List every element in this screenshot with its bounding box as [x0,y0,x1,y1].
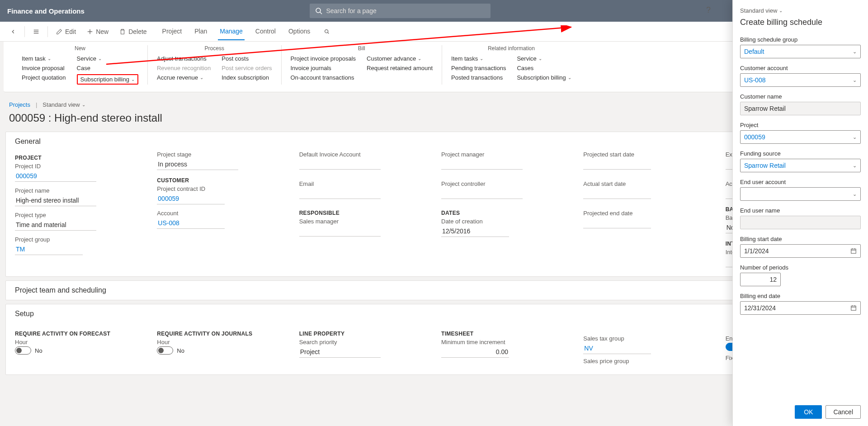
billing-start-date[interactable]: 1/1/2024 [740,244,861,258]
journals-hour-toggle[interactable]: No [157,346,284,355]
ribbon-project-quotation[interactable]: Project quotation [22,74,66,81]
projected-end-field[interactable] [583,218,651,228]
ribbon-on-account[interactable]: On-account transactions [291,74,356,81]
ribbon-subscription-billing[interactable]: Subscription billing⌄ [77,74,138,85]
project-type-field[interactable]: Time and material [15,219,96,231]
ribbon-post-costs[interactable]: Post costs [222,55,272,62]
tab-manage[interactable]: Manage [218,23,245,40]
tab-plan[interactable]: Plan [193,23,209,40]
default-invoice-field[interactable] [299,159,381,170]
project-heading: PROJECT [15,155,142,161]
tab-options[interactable]: Options [287,23,312,40]
ribbon-group-process: Process Adjust transactions Revenue reco… [148,45,282,85]
search-box[interactable]: Search for a page [310,4,491,18]
min-time-field[interactable]: 0.00 [441,346,509,358]
sales-manager-field[interactable] [299,226,381,237]
breadcrumb-projects[interactable]: Projects [9,101,30,108]
tab-project[interactable]: Project [160,23,184,40]
back-button[interactable] [5,26,21,38]
ribbon-group-related: Related information Item tasks⌄ Pending … [442,45,580,85]
ribbon-request-retained[interactable]: Request retained amount [367,65,433,71]
end-user-name-input [740,216,861,229]
date-creation-field[interactable]: 12/5/2016 [441,226,509,237]
ribbon-group-bill: Bill Project invoice proposals Invoice j… [282,45,443,85]
customer-heading: CUSTOMER [157,177,284,184]
app-title: Finance and Operations [7,7,85,15]
forecast-hour-toggle[interactable]: No [15,346,142,355]
tab-control[interactable]: Control [254,23,278,40]
project-group-field[interactable]: TM [15,244,83,255]
ribbon-cases[interactable]: Cases [517,65,571,71]
funding-source-select[interactable]: Sparrow Retail⌄ [740,159,861,172]
ribbon-rel-subscription[interactable]: Subscription billing⌄ [517,74,571,81]
svg-line-1 [320,12,322,14]
ribbon-revenue-recognition: Revenue recognition [157,65,211,71]
responsible-heading: RESPONSIBLE [299,210,427,216]
ok-button[interactable]: OK [795,405,822,419]
toggle-lines-button[interactable] [28,26,44,38]
ribbon-case[interactable]: Case [77,65,138,71]
ribbon-posted[interactable]: Posted transactions [451,74,506,81]
svg-point-7 [325,29,328,33]
project-select[interactable]: 000059⌄ [740,130,861,144]
ribbon-item-task[interactable]: Item task⌄ [22,55,66,62]
find-button[interactable] [319,26,335,38]
actual-start-field[interactable] [583,188,651,199]
project-name-field[interactable]: High-end stereo install [15,195,96,206]
billing-end-date[interactable]: 12/31/2024 [740,301,861,315]
end-user-account-select[interactable]: ⌄ [740,187,861,201]
project-id-field[interactable]: 000059 [15,170,96,182]
search-priority-field[interactable]: Project [299,346,381,358]
contract-id-field[interactable]: 000059 [157,193,225,204]
ribbon-index-sub[interactable]: Index subscription [222,74,272,81]
search-placeholder: Search for a page [326,7,376,14]
svg-point-0 [316,8,321,13]
ribbon-accrue[interactable]: Accrue revenue⌄ [157,74,211,81]
periods-input[interactable]: 12 [740,273,781,286]
calendar-icon [850,305,857,311]
ribbon-invoice-journals[interactable]: Invoice journals [291,65,356,71]
email-field[interactable] [299,188,381,199]
create-billing-panel: Standard view⌄ Create billing schedule B… [732,0,868,426]
ribbon-post-service: Post service orders [222,65,272,71]
calendar-icon [850,248,857,254]
project-stage-field[interactable]: In process [157,159,238,170]
edit-button[interactable]: Edit [52,25,80,38]
customer-name-input: Sparrow Retail [740,102,861,115]
svg-rect-15 [851,306,856,311]
ribbon-item-tasks[interactable]: Item tasks⌄ [451,55,506,62]
projected-start-field[interactable] [583,159,651,170]
project-manager-field[interactable] [441,159,523,170]
cancel-button[interactable]: Cancel [826,405,861,419]
svg-line-8 [328,32,329,33]
panel-title: Create billing schedule [740,18,861,27]
ribbon-group-new: New Item task⌄ Invoice proposal Project … [13,45,148,85]
new-button[interactable]: New [82,25,113,38]
breadcrumb-view[interactable]: Standard view⌄ [42,101,85,108]
project-controller-field[interactable] [441,188,523,199]
help-icon[interactable]: ? [706,5,714,15]
ribbon-pending[interactable]: Pending transactions [451,65,506,71]
search-icon [315,7,322,14]
dates-heading: DATES [441,210,569,216]
ribbon-service[interactable]: Service⌄ [77,55,138,62]
ribbon-rel-service[interactable]: Service⌄ [517,55,571,62]
ribbon-customer-advance[interactable]: Customer advance⌄ [367,55,433,62]
sales-tax-field[interactable]: NV [583,343,651,354]
delete-button[interactable]: Delete [115,25,151,38]
ribbon-adjust[interactable]: Adjust transactions [157,55,211,62]
ribbon-invoice-proposal[interactable]: Invoice proposal [22,65,66,71]
svg-rect-11 [851,249,856,254]
billing-group-select[interactable]: Default⌄ [740,45,861,58]
account-field[interactable]: US-008 [157,218,225,229]
ribbon-invoice-proposals[interactable]: Project invoice proposals [291,55,356,62]
customer-account-select[interactable]: US-008⌄ [740,73,861,87]
panel-view-selector[interactable]: Standard view⌄ [740,7,861,14]
